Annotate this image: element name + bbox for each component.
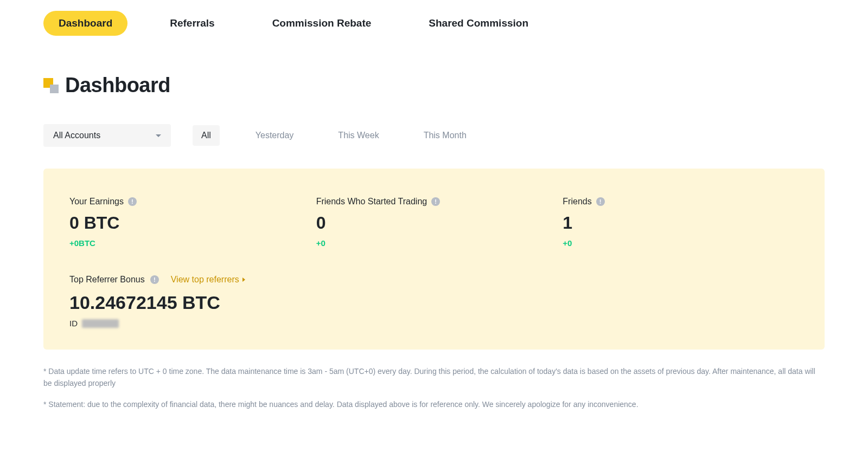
stat-friends-delta: +0 (563, 238, 799, 248)
account-select-value: All Accounts (53, 131, 100, 140)
view-top-referrers-link[interactable]: View top referrers (171, 275, 245, 285)
tab-referrals[interactable]: Referrals (155, 11, 229, 36)
tab-dashboard[interactable]: Dashboard (43, 11, 127, 36)
disclaimers: * Data update time refers to UTC + 0 tim… (43, 366, 825, 411)
disclaimer-line-2: * Statement: due to the complexity of fi… (43, 399, 825, 411)
stat-earnings-label: Your Earnings (69, 197, 124, 206)
view-top-referrers-label: View top referrers (171, 275, 239, 285)
page-title-row: Dashboard (43, 74, 825, 97)
info-icon[interactable]: ! (596, 197, 605, 206)
page-title: Dashboard (65, 74, 170, 97)
stat-bonus: Top Referrer Bonus ! View top referrers … (69, 275, 799, 328)
stats-card: Your Earnings ! 0 BTC +0BTC Friends Who … (43, 169, 825, 350)
stat-friends-label: Friends (563, 197, 591, 206)
dashboard-icon (43, 78, 59, 93)
bonus-id-row: ID (69, 319, 799, 328)
bonus-id-value-redacted (82, 319, 119, 328)
bonus-id-label: ID (69, 319, 78, 328)
stat-earnings-delta: +0BTC (69, 238, 305, 248)
range-tabs: All Yesterday This Week This Month (193, 125, 475, 146)
filters-row: All Accounts All Yesterday This Week Thi… (43, 124, 825, 147)
range-tab-this-month[interactable]: This Month (415, 125, 475, 146)
tab-commission-rebate[interactable]: Commission Rebate (257, 11, 387, 36)
stat-friends-value: 1 (563, 213, 799, 233)
info-icon[interactable]: ! (431, 197, 440, 206)
main-tabs: Dashboard Referrals Commission Rebate Sh… (43, 11, 825, 36)
account-select[interactable]: All Accounts (43, 124, 171, 147)
stat-bonus-value: 10.24672145 BTC (69, 292, 799, 313)
range-tab-yesterday[interactable]: Yesterday (247, 125, 303, 146)
disclaimer-line-1: * Data update time refers to UTC + 0 tim… (43, 366, 825, 389)
stat-friends-trading-delta: +0 (316, 238, 552, 248)
chevron-right-icon (242, 277, 245, 282)
info-icon[interactable]: ! (150, 275, 159, 284)
range-tab-all[interactable]: All (193, 125, 220, 146)
stats-top-row: Your Earnings ! 0 BTC +0BTC Friends Who … (69, 197, 799, 248)
range-tab-this-week[interactable]: This Week (329, 125, 387, 146)
stat-friends-trading-label: Friends Who Started Trading (316, 197, 427, 206)
stat-friends-trading: Friends Who Started Trading ! 0 +0 (316, 197, 552, 248)
tab-shared-commission[interactable]: Shared Commission (413, 11, 544, 36)
stat-friends: Friends ! 1 +0 (563, 197, 799, 248)
chevron-down-icon (156, 134, 161, 137)
stat-friends-trading-value: 0 (316, 213, 552, 233)
stat-earnings-value: 0 BTC (69, 213, 305, 233)
info-icon[interactable]: ! (128, 197, 137, 206)
stat-bonus-label: Top Referrer Bonus (69, 275, 145, 285)
stat-earnings: Your Earnings ! 0 BTC +0BTC (69, 197, 305, 248)
